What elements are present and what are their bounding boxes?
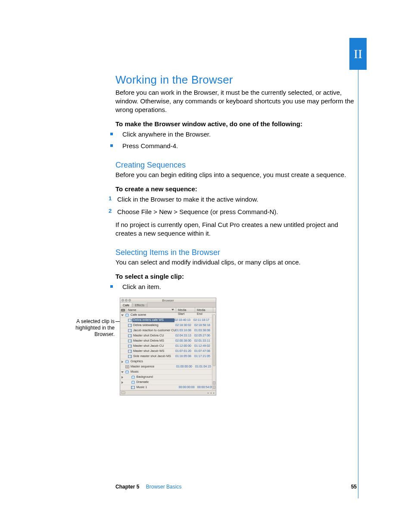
lead-1: To make the Browser window active, do on… bbox=[115, 120, 357, 128]
column-icon-spacer bbox=[120, 308, 126, 312]
row-icon bbox=[131, 386, 136, 389]
row-media-end: 02:18:58:18 bbox=[194, 324, 213, 327]
browser-window[interactable]: Browser Cafe Effects Name Media Start Me… bbox=[120, 298, 216, 395]
disclosure[interactable] bbox=[120, 371, 125, 373]
reel-icon bbox=[121, 309, 125, 311]
list-item[interactable]: Music bbox=[120, 370, 216, 375]
row-icon bbox=[127, 319, 132, 322]
clip-icon bbox=[128, 329, 132, 332]
close-icon[interactable] bbox=[121, 299, 124, 302]
row-icon bbox=[125, 361, 130, 363]
window-controls[interactable] bbox=[121, 299, 131, 302]
folder-icon bbox=[125, 361, 129, 363]
list-item[interactable]: Dramatic bbox=[120, 380, 216, 385]
rows-container[interactable]: Cafe sceneDebra enters cafe WS02:10:40:1… bbox=[120, 313, 216, 390]
row-icon bbox=[127, 350, 132, 353]
clip-icon bbox=[128, 319, 132, 322]
row-media-start: 02:10:40:13 bbox=[174, 318, 193, 322]
list-item[interactable]: Master sequence01:00:00:0001:01:04:15 bbox=[120, 364, 216, 370]
disclosure[interactable] bbox=[120, 361, 125, 363]
disclosure[interactable] bbox=[120, 376, 125, 379]
list-item[interactable]: Side master shot Jacob MS01:16:05:0801:1… bbox=[120, 354, 216, 359]
clip-icon bbox=[128, 339, 132, 342]
list-item[interactable]: Music 100:00:00:0000:00:54:09 bbox=[120, 385, 216, 390]
row-icon bbox=[125, 314, 130, 317]
heading-selecting-items: Selecting Items in the Browser bbox=[115, 248, 357, 257]
list-item[interactable]: Master shot Debra CU02:04:33:1302:05:27:… bbox=[120, 333, 216, 339]
row-icon bbox=[131, 381, 136, 384]
row-media-end: 02:01:33:11 bbox=[194, 339, 213, 342]
step-1: 1Click in the Browser to make it the act… bbox=[115, 195, 357, 204]
folder-icon bbox=[125, 314, 129, 317]
scroll-thumb[interactable] bbox=[213, 314, 215, 366]
sequence-icon bbox=[125, 365, 129, 368]
row-name: Side master shot Jacob MS bbox=[132, 355, 175, 358]
resize-corner-icon[interactable] bbox=[121, 391, 125, 394]
chevron-right-icon bbox=[121, 361, 123, 363]
bottom-bar: ▸ ◂ ▸ bbox=[120, 390, 216, 395]
heading-main: Working in the Browser bbox=[115, 73, 357, 87]
list-item[interactable]: Master shot Jacob CU01:12:00:0001:12:49:… bbox=[120, 344, 216, 349]
bullet-click-browser: Click anywhere in the Browser. bbox=[115, 130, 357, 139]
column-media-start[interactable]: Media Start bbox=[176, 308, 195, 312]
row-icon bbox=[127, 339, 132, 342]
step-after-text: If no project is currently open, Final C… bbox=[115, 221, 357, 238]
part-tab: II bbox=[349, 38, 367, 70]
row-media-start: 01:00:00:00 bbox=[176, 365, 195, 368]
disclosure[interactable] bbox=[120, 314, 125, 316]
row-icon bbox=[127, 329, 132, 332]
chevron-right-icon bbox=[121, 381, 123, 384]
row-icon bbox=[127, 355, 132, 358]
zoom-icon[interactable] bbox=[128, 299, 131, 302]
page-footer: Chapter 5 Browser Basics 55 bbox=[115, 484, 357, 490]
list-item[interactable]: Master shot Jacob WS01:07:01:2001:07:47:… bbox=[120, 349, 216, 354]
row-name: Master sequence bbox=[130, 365, 176, 369]
row-media-start: 01:07:01:20 bbox=[175, 349, 194, 353]
row-icon bbox=[125, 365, 130, 368]
tab-bar[interactable]: Cafe Effects bbox=[120, 303, 216, 308]
folder-icon bbox=[131, 376, 135, 379]
bullet-press-cmd4: Press Command-4. bbox=[115, 142, 357, 150]
row-media-end: 01:12:49:02 bbox=[194, 344, 213, 348]
footer-page-number: 55 bbox=[351, 484, 357, 490]
seq-intro: Before you can begin editing clips into … bbox=[115, 171, 357, 179]
disclosure[interactable] bbox=[120, 381, 125, 384]
column-name[interactable]: Name bbox=[126, 308, 176, 312]
bullet-click-item: Click an item. bbox=[115, 283, 357, 291]
list-item[interactable]: Debra sidewalking02:18:30:0202:18:58:18 bbox=[120, 323, 216, 328]
sort-down-icon bbox=[171, 309, 174, 311]
tab-effects[interactable]: Effects bbox=[132, 303, 147, 307]
titlebar[interactable]: Browser bbox=[120, 298, 216, 303]
row-icon bbox=[131, 376, 136, 379]
row-media-start: 01:12:00:00 bbox=[175, 344, 194, 348]
row-media-start: 00:00:00:00 bbox=[179, 386, 197, 389]
scroll-up-icon[interactable] bbox=[213, 381, 215, 385]
row-media-end: 01:07:47:08 bbox=[194, 349, 213, 353]
row-icon bbox=[125, 371, 130, 373]
column-header[interactable]: Name Media Start Media End bbox=[120, 308, 216, 313]
scroll-h-arrows[interactable]: ▸ ◂ ▸ bbox=[208, 392, 215, 395]
step-2: 2Choose File > New > Sequence (or press … bbox=[115, 208, 357, 216]
list-item[interactable]: Debra enters cafe WS02:10:40:1302:11:18:… bbox=[120, 318, 216, 323]
list-item[interactable]: Background bbox=[120, 375, 216, 380]
row-media-start: 02:00:38:00 bbox=[175, 339, 194, 342]
tab-cafe[interactable]: Cafe bbox=[120, 303, 132, 307]
footer-chapter-title: Browser Basics bbox=[146, 484, 182, 490]
step-1-text: Click in the Browser to make it the acti… bbox=[117, 196, 258, 203]
scroll-down-icon[interactable] bbox=[213, 386, 215, 389]
row-media-end: 01:03:38:08 bbox=[194, 329, 213, 332]
intro-text: Before you can work in the Browser, it m… bbox=[115, 88, 357, 114]
list-item[interactable]: Master shot Debra MS02:00:38:0002:01:33:… bbox=[120, 339, 216, 344]
row-name: Master shot Jacob CU bbox=[132, 344, 175, 348]
row-name: Debra sidewalking bbox=[132, 324, 175, 327]
row-name: Debra enters cafe WS bbox=[132, 318, 174, 322]
row-media-end: 02:05:27:06 bbox=[194, 334, 213, 337]
row-media-end: 01:17:21:05 bbox=[194, 355, 213, 358]
scrollbar-vertical[interactable] bbox=[212, 314, 215, 390]
list-item[interactable]: Graphics bbox=[120, 359, 216, 364]
row-name: Jacob reaction to customer CU bbox=[132, 329, 175, 333]
minimize-icon[interactable] bbox=[125, 299, 128, 302]
row-media-start: 02:18:30:02 bbox=[175, 324, 194, 327]
column-media-end[interactable]: Media End bbox=[195, 308, 213, 312]
list-item[interactable]: Jacob reaction to customer CU01:03:16:08… bbox=[120, 328, 216, 333]
